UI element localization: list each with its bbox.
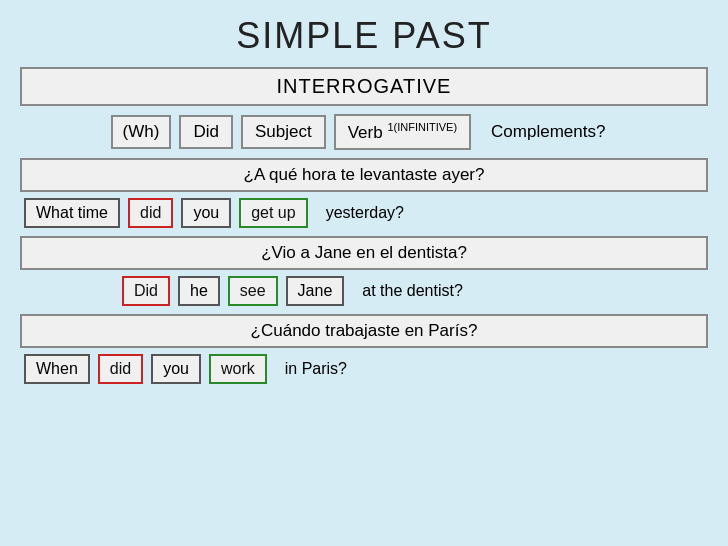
- example-row-1: DidheseeJaneat the dentist?: [20, 276, 708, 306]
- examples-container: ¿A qué hora te levantaste ayer?What time…: [20, 158, 708, 392]
- word-cell-0-1: did: [128, 198, 173, 228]
- word-cell-2-1: did: [98, 354, 143, 384]
- formula-complements: Complements?: [479, 117, 617, 147]
- word-cell-2-4: in Paris?: [275, 356, 357, 382]
- word-cell-1-2: he: [178, 276, 220, 306]
- sentence-box-1: ¿Vio a Jane en el dentista?: [20, 236, 708, 270]
- sentence-box-0: ¿A qué hora te levantaste ayer?: [20, 158, 708, 192]
- formula-verb: Verb 1(INFINITIVE): [334, 114, 471, 150]
- example-row-2: Whendidyouworkin Paris?: [20, 354, 708, 384]
- word-cell-2-3: work: [209, 354, 267, 384]
- word-cell-1-3: see: [228, 276, 278, 306]
- page-title: SIMPLE PAST: [236, 15, 491, 57]
- formula-did: Did: [179, 115, 233, 149]
- word-cell-1-5: at the dentist?: [352, 278, 473, 304]
- interrogative-label: INTERROGATIVE: [20, 67, 708, 106]
- word-cell-0-4: yesterday?: [316, 200, 414, 226]
- formula-row: (Wh) Did Subject Verb 1(INFINITIVE) Comp…: [20, 114, 708, 150]
- word-cell-2-0: When: [24, 354, 90, 384]
- word-cell-0-2: you: [181, 198, 231, 228]
- word-cell-1-4: Jane: [286, 276, 345, 306]
- formula-verb-sup: 1(INFINITIVE): [387, 121, 457, 133]
- word-cell-2-2: you: [151, 354, 201, 384]
- word-cell-0-0: What time: [24, 198, 120, 228]
- sentence-box-2: ¿Cuándo trabajaste en París?: [20, 314, 708, 348]
- word-cell-0-3: get up: [239, 198, 307, 228]
- example-row-0: What timedidyouget upyesterday?: [20, 198, 708, 228]
- word-cell-1-1: Did: [122, 276, 170, 306]
- formula-subject: Subject: [241, 115, 326, 149]
- formula-wh: (Wh): [111, 115, 172, 149]
